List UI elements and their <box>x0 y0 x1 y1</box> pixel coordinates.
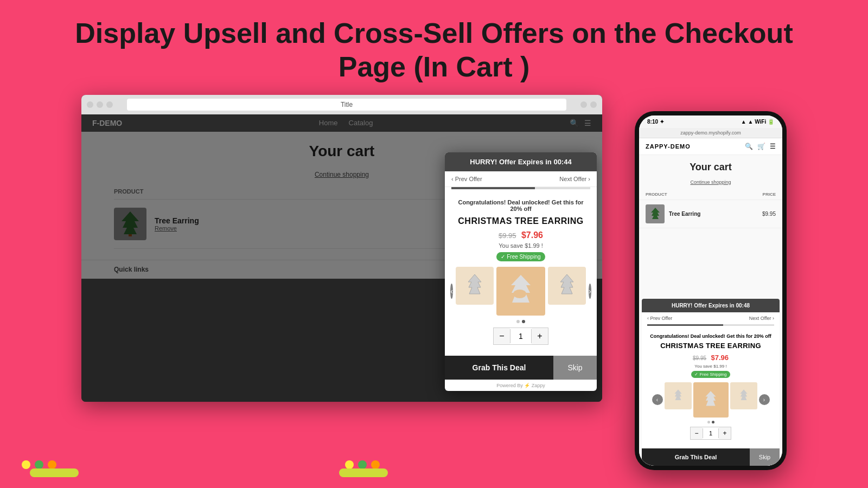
phone-dot-2[interactable] <box>712 421 714 423</box>
popup-action-buttons: Grab This Deal Skip <box>445 356 597 380</box>
phone-popup-nav: ‹ Prev Offer Next Offer › <box>642 312 780 324</box>
popup-original-price: $9.95 <box>499 232 516 240</box>
quantity-selector: − 1 + <box>493 328 548 345</box>
phone-cart-continue[interactable]: Continue shopping <box>639 179 782 189</box>
deco-dot-orange-right <box>371 460 380 469</box>
popup-progress-fill <box>451 187 535 189</box>
phone-search-icon[interactable]: 🔍 <box>745 143 753 150</box>
carousel-prev-btn[interactable]: ‹ <box>450 284 453 299</box>
phone-qty-decrease[interactable]: − <box>691 427 703 439</box>
phone-carousel-dots <box>648 421 773 423</box>
svg-marker-6 <box>651 208 660 219</box>
popup-overlay: HURRY! Offer Expires in 00:44 ‹ Prev Off… <box>81 114 602 402</box>
phone-qty-selector: − 1 + <box>690 427 731 440</box>
phone-popup-timer: HURRY! Offer Expires in 00:48 <box>642 299 780 312</box>
phone-url-bar[interactable]: zappy-demo.myshopify.com <box>639 128 782 138</box>
carousel-next-btn[interactable]: › <box>589 284 591 299</box>
qty-increase-btn[interactable]: + <box>532 328 548 344</box>
phone-signal: ▲ ▲ WiFi 🔋 <box>741 119 774 125</box>
phone-cart-icon[interactable]: 🛒 <box>757 143 765 150</box>
deco-dot-orange <box>48 460 56 469</box>
phone-popup-body: Congratulations! Deal unlocked! Get this… <box>642 329 780 448</box>
popup-shipping-badge: ✓ Free Shipping <box>496 252 545 261</box>
svg-marker-7 <box>674 390 681 401</box>
qty-value: 1 <box>510 329 532 343</box>
svg-marker-3 <box>511 275 531 303</box>
popup-timer: HURRY! Offer Expires in 00:44 <box>445 152 597 171</box>
popup-navigation: ‹ Prev Offer Next Offer › <box>445 171 597 187</box>
phone-thumb-3[interactable] <box>730 382 757 409</box>
popup-congrats-text: Congratulations! Deal unlocked! Get this… <box>453 199 589 212</box>
popup-body: Congratulations! Deal unlocked! Get this… <box>445 194 597 356</box>
deco-dot-green <box>35 460 43 469</box>
phone-carousel-prev[interactable]: ‹ <box>652 394 663 405</box>
popup-product-title: CHRISTMAS TREE EARRING <box>453 216 589 226</box>
earring-thumb-3 <box>556 273 578 298</box>
browser-address-bar[interactable]: Title <box>127 99 566 111</box>
phone-progress-fill <box>647 324 723 326</box>
svg-point-4 <box>513 290 526 298</box>
phone-qty-increase[interactable]: + <box>719 427 731 439</box>
phone-tree-img <box>650 207 661 221</box>
svg-marker-8 <box>705 391 716 406</box>
phone-carousel-next[interactable]: › <box>759 394 770 405</box>
phone-time: 8:10 ✦ <box>647 119 664 125</box>
phone-action-buttons: Grab This Deal Skip <box>642 448 780 466</box>
product-thumb-1[interactable] <box>456 267 494 305</box>
product-thumb-2[interactable] <box>496 267 545 316</box>
phone-product-name: Tree Earring <box>669 211 700 217</box>
phone-product-header: PRODUCT <box>646 192 667 197</box>
phone-savings: You save $1.99 ! <box>648 364 773 369</box>
phone-screen: 8:10 ✦ ▲ ▲ WiFi 🔋 zappy-demo.myshopify.c… <box>639 115 782 466</box>
browser-content: F-DEMO Home Catalog 🔍 ☰ Your cart Contin… <box>81 114 602 402</box>
phone-cart-title: Your cart <box>639 155 782 179</box>
phone-thumb-1[interactable] <box>665 382 692 409</box>
deco-bar-left <box>30 468 79 477</box>
deco-dot-green-right <box>358 460 367 469</box>
popup-progress-bar <box>451 187 590 189</box>
page-title: Display Upsell and Cross-Sell Offers on … <box>0 0 868 95</box>
qty-decrease-btn[interactable]: − <box>494 328 510 344</box>
browser-btn-forward[interactable] <box>97 101 103 108</box>
phone-menu-icon[interactable]: ☰ <box>770 143 776 150</box>
grab-deal-btn[interactable]: Grab This Deal <box>445 356 553 380</box>
phone-store-nav: ZAPPY-DEMO 🔍 🛒 ☰ <box>639 138 782 155</box>
browser-btn-share[interactable] <box>580 101 587 108</box>
dot-2[interactable] <box>522 320 525 323</box>
dot-1[interactable] <box>516 320 520 323</box>
phone-product-title: CHRISTMAS TREE EARRING <box>648 342 773 350</box>
browser-toolbar: Title <box>81 95 602 114</box>
earring-thumb-1 <box>464 273 486 298</box>
phone-progress-bar <box>647 324 774 326</box>
phone-store-logo: ZAPPY-DEMO <box>646 143 691 150</box>
browser-btn-refresh[interactable] <box>106 101 113 108</box>
phone-grab-deal-btn[interactable]: Grab This Deal <box>642 448 750 466</box>
upsell-popup: HURRY! Offer Expires in 00:44 ‹ Prev Off… <box>445 152 597 391</box>
browser-btn-back[interactable] <box>87 101 93 108</box>
svg-marker-9 <box>740 390 747 401</box>
phone-prev-offer-btn[interactable]: ‹ Prev Offer <box>647 316 672 321</box>
svg-marker-2 <box>468 274 481 294</box>
earring-thumb-2 <box>505 273 537 309</box>
phone-image-carousel: ‹ <box>648 382 773 418</box>
browser-btn-bookmark[interactable] <box>590 101 597 108</box>
phone-skip-btn[interactable]: Skip <box>750 448 780 466</box>
phone-sale-price: $7.96 <box>711 354 729 362</box>
prev-offer-btn[interactable]: ‹ Prev Offer <box>451 176 482 182</box>
phone-next-offer-btn[interactable]: Next Offer › <box>749 316 774 321</box>
phone-thumb-2[interactable] <box>693 382 729 418</box>
phone-upsell-popup: HURRY! Offer Expires in 00:48 ‹ Prev Off… <box>642 299 780 466</box>
popup-image-carousel: ‹ <box>453 267 589 316</box>
desktop-browser: Title F-DEMO Home Catalog 🔍 ☰ Your <box>81 95 602 402</box>
phone-orig-price: $9.95 <box>693 355 706 361</box>
mobile-phone: 8:10 ✦ ▲ ▲ WiFi 🔋 zappy-demo.myshopify.c… <box>635 111 787 470</box>
next-offer-btn[interactable]: Next Offer › <box>559 176 590 182</box>
deco-bar-right <box>339 468 388 477</box>
popup-sale-price: $7.96 <box>521 230 543 240</box>
carousel-dots <box>453 320 589 323</box>
phone-product-price: $9.95 <box>762 211 776 217</box>
phone-dot-1[interactable] <box>707 421 710 423</box>
product-thumb-3[interactable] <box>548 267 586 305</box>
skip-btn[interactable]: Skip <box>553 356 597 380</box>
popup-pricing: $9.95 $7.96 <box>453 230 589 240</box>
